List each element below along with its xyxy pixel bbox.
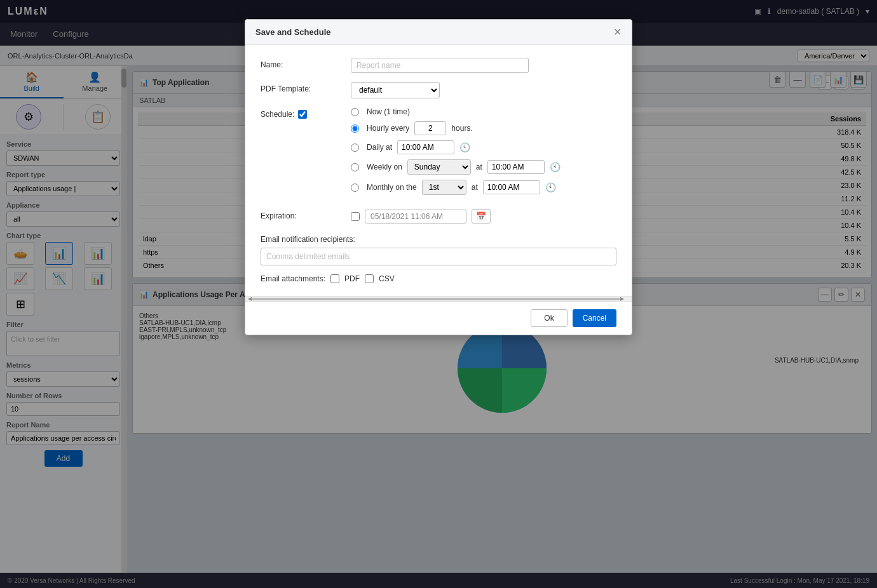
name-input[interactable] xyxy=(351,58,529,73)
pdf-label: PDF Template: xyxy=(261,82,343,93)
pdf-control: default xyxy=(351,82,616,98)
schedule-daily-label: Daily at xyxy=(367,143,392,152)
clock-icon-weekly: 🕙 xyxy=(550,162,561,172)
clock-icon-monthly: 🕙 xyxy=(545,182,556,192)
schedule-weekly-time[interactable] xyxy=(487,160,545,174)
schedule-monthly-radio[interactable] xyxy=(351,184,359,192)
schedule-hourly-row: Hourly every hours. xyxy=(351,121,616,135)
pdf-label: PDF xyxy=(344,274,360,283)
schedule-weekly-label: Weekly on xyxy=(367,163,402,171)
schedule-weekly-at: at xyxy=(476,163,482,171)
form-row-email: Email notification recipients: xyxy=(261,232,616,265)
schedule-label: Schedule: xyxy=(261,110,294,119)
clock-icon-daily: 🕙 xyxy=(459,142,470,152)
schedule-now-label: Now (1 time) xyxy=(367,107,410,116)
schedule-weekly-row: Weekly on Sunday Monday Tuesday Wednesda… xyxy=(351,159,616,175)
schedule-now-radio[interactable] xyxy=(351,108,359,116)
modal-footer: Ok Cancel xyxy=(245,301,632,335)
email-recipients-input[interactable] xyxy=(261,248,616,265)
save-schedule-modal: Save and Schedule ✕ Name: PDF Template: … xyxy=(245,19,632,335)
pdf-attachment-checkbox[interactable] xyxy=(330,274,339,283)
modal-body: Name: PDF Template: default Schedule: xyxy=(245,45,632,296)
form-row-name: Name: xyxy=(261,58,616,73)
schedule-monthly-row: Monthly on the 1st 2nd 3rd at 🕙 xyxy=(351,180,616,195)
modal-scrollbar[interactable]: ◀ ▶ xyxy=(245,296,632,301)
scrollbar-thumb xyxy=(252,298,620,300)
csv-attachment-checkbox[interactable] xyxy=(365,274,374,283)
schedule-now-row: Now (1 time) xyxy=(351,107,616,116)
name-control xyxy=(351,58,616,73)
expiration-label: Expiration: xyxy=(261,209,343,220)
schedule-label-container: Schedule: xyxy=(261,107,343,119)
schedule-hourly-label: Hourly every xyxy=(367,124,409,133)
schedule-monthly-day[interactable]: 1st 2nd 3rd xyxy=(422,180,466,195)
schedule-options: Now (1 time) Hourly every hours. Daily a… xyxy=(351,107,616,200)
schedule-monthly-time[interactable] xyxy=(483,180,540,194)
expiration-date-input[interactable] xyxy=(365,210,466,224)
modal-title: Save and Schedule xyxy=(255,27,331,37)
schedule-checkbox[interactable] xyxy=(298,110,307,119)
schedule-weekly-radio[interactable] xyxy=(351,163,359,171)
email-label: Email notification recipients: xyxy=(261,232,355,244)
ok-button[interactable]: Ok xyxy=(531,309,567,327)
form-row-pdf: PDF Template: default xyxy=(261,82,616,98)
modal-header: Save and Schedule ✕ xyxy=(245,20,632,45)
form-row-schedule: Schedule: Now (1 time) Hourly every hour… xyxy=(261,107,616,200)
attachments-label: Email attachments: xyxy=(261,274,325,283)
schedule-hourly-value[interactable] xyxy=(414,121,446,135)
email-attachments-row: Email attachments: PDF CSV xyxy=(261,274,616,283)
form-row-expiration: Expiration: 📅 xyxy=(261,209,616,224)
schedule-hourly-radio[interactable] xyxy=(351,124,359,133)
modal-close-btn[interactable]: ✕ xyxy=(613,26,622,38)
expiration-control: 📅 xyxy=(351,209,491,224)
cancel-button[interactable]: Cancel xyxy=(573,309,616,327)
expiration-checkbox[interactable] xyxy=(351,212,360,221)
schedule-daily-time[interactable] xyxy=(397,140,454,154)
calendar-btn[interactable]: 📅 xyxy=(472,209,491,224)
modal-overlay: Save and Schedule ✕ Name: PDF Template: … xyxy=(0,0,877,588)
scroll-right-arrow[interactable]: ▶ xyxy=(620,296,624,302)
schedule-daily-radio[interactable] xyxy=(351,144,359,152)
schedule-daily-row: Daily at 🕙 xyxy=(351,140,616,154)
schedule-weekly-day[interactable]: Sunday Monday Tuesday Wednesday Thursday… xyxy=(407,159,471,175)
pdf-template-select[interactable]: default xyxy=(351,82,440,98)
schedule-monthly-at: at xyxy=(472,183,478,192)
schedule-monthly-label: Monthly on the xyxy=(367,183,417,192)
csv-label: CSV xyxy=(379,274,395,283)
schedule-hourly-unit: hours. xyxy=(451,124,472,133)
name-label: Name: xyxy=(261,58,343,69)
